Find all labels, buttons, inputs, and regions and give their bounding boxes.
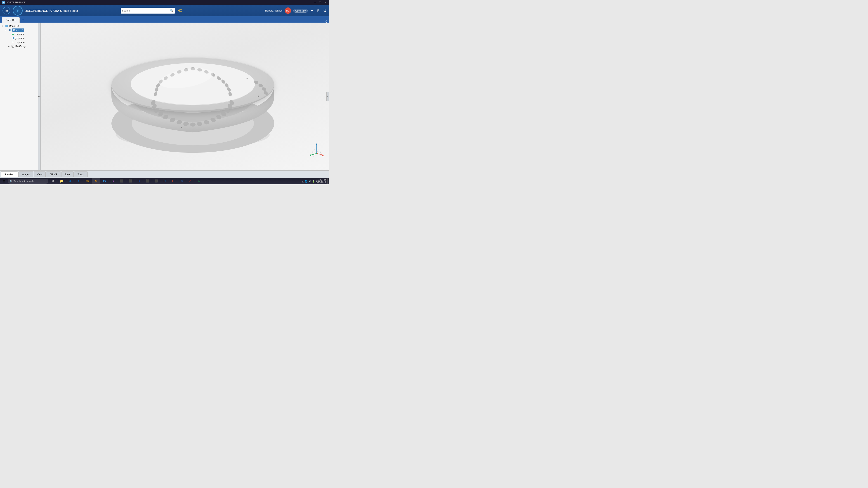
feature-tree-panel: ▼ Race B.1 ▼ Race B.1 xy [0, 23, 38, 170]
show-desktop-btn[interactable] [327, 178, 328, 184]
3d-model-ring [102, 33, 283, 155]
platform-text: OpenR2 [296, 9, 304, 12]
tree-item-yz[interactable]: yz plane [7, 36, 37, 40]
photoshop-btn[interactable]: Ps [100, 178, 108, 184]
taskbar-search[interactable]: 🔍 Type here to search [8, 179, 49, 184]
illustrator-btn[interactable]: Ai [92, 178, 100, 184]
tree-item-race[interactable]: ▼ Race B.1 [4, 28, 37, 32]
panel-collapse-handle[interactable]: ❮ [38, 23, 41, 170]
3d-viewport[interactable]: Z X ❮ [38, 23, 329, 170]
toolbar-tabs: Standard Images View AR-VR Tools Touch [0, 170, 329, 178]
app-btn-3[interactable]: ⬛ [143, 178, 151, 184]
powerpoint-btn[interactable]: P [169, 178, 177, 184]
add-button[interactable]: + [310, 8, 314, 13]
tab-race-b1[interactable]: Race B.1 [2, 17, 20, 23]
mark-top-right [247, 78, 248, 79]
outlook-icon: ⊠ [163, 180, 166, 183]
search-input[interactable] [122, 9, 170, 12]
panel-collapse-icon: ❮ [38, 96, 41, 97]
user-avatar[interactable]: RJ [285, 7, 291, 14]
edge-btn[interactable]: e [66, 178, 74, 184]
collapse-button[interactable]: ❮ [325, 20, 327, 23]
tab-images-label: Images [22, 173, 30, 176]
window-controls: – ☐ ✕ [313, 1, 327, 4]
clock[interactable]: 11:20 PM 3/25/2019 [316, 179, 326, 184]
tree-item-partbody[interactable]: ▶ PartBody [7, 44, 37, 48]
partbody-expand-icon: ▶ [8, 45, 10, 47]
tab-view[interactable]: View [34, 171, 46, 177]
partbody-node-icon [11, 45, 14, 48]
tree-race-label: Race B.1 [12, 29, 24, 32]
acrobat-btn[interactable]: A [186, 178, 194, 184]
platform-badge: OpenR2 ▾ [293, 9, 308, 13]
bookmark-icon[interactable]: 🏷 [178, 8, 182, 13]
photoshop-icon: Ps [103, 180, 106, 182]
svg-text:3DS: 3DS [4, 10, 8, 12]
word-icon: W [180, 180, 183, 183]
outlook-btn[interactable]: ⊠ [160, 178, 168, 184]
taskbar-search-icon: 🔍 [9, 180, 13, 183]
tree-item-zx[interactable]: zx plane [7, 40, 37, 44]
svg-point-59 [310, 155, 311, 156]
share-button[interactable]: ⎘ [316, 8, 320, 13]
tree-level2: xy plane yz plane zx plane [4, 32, 37, 48]
search-button[interactable]: 🔍 [170, 9, 174, 12]
settings-button[interactable]: ⚙ [322, 8, 327, 13]
file-explorer-icon: 📁 [60, 179, 64, 183]
header: 3DS 3DEXPERIENCE | CATIA Sketch Tracer 🔍… [0, 5, 329, 16]
app-icon-3: ⬛ [146, 180, 149, 183]
premiere-btn[interactable]: Pr [109, 178, 117, 184]
app-btn-1[interactable]: ⬛ [118, 178, 126, 184]
search-bar[interactable]: 🔍 [121, 8, 175, 13]
race-expand-icon: ▼ [5, 29, 7, 31]
dropbox-btn[interactable]: ⬡ [135, 178, 143, 184]
tree-item-xy[interactable]: xy plane [7, 32, 37, 36]
tab-arvr[interactable]: AR-VR [46, 171, 61, 177]
zx-node-icon [11, 41, 14, 44]
svg-point-12 [12, 46, 13, 47]
app-title: 3DEXPERIENCE | CATIA Sketch Tracer [25, 9, 78, 12]
winfiles-btn[interactable]: 🗂 [83, 178, 91, 184]
tree-zx-label: zx plane [16, 41, 25, 43]
app-btn-4[interactable]: ⬛ [152, 178, 160, 184]
word-btn[interactable]: W [178, 178, 186, 184]
tab-tools[interactable]: Tools [61, 171, 74, 177]
tree-root[interactable]: ▼ Race B.1 [1, 24, 37, 28]
svg-rect-6 [12, 34, 14, 35]
tree-level1: ▼ Race B.1 xy plane [1, 28, 37, 48]
right-panel-toggle[interactable]: ❮ [327, 92, 329, 101]
clock-time: 11:20 PM [316, 179, 326, 181]
close-button[interactable]: ✕ [323, 1, 327, 4]
acrobat-icon: A [189, 180, 191, 183]
root-expand-icon: ▼ [2, 25, 4, 27]
edge-browser-icon: e [69, 180, 71, 183]
system-tray: △ 🌐 🔊 🔋 [302, 180, 315, 183]
minimize-button[interactable]: – [313, 1, 317, 4]
dropbox-icon: ⬡ [138, 180, 140, 183]
restore-button[interactable]: ☐ [318, 1, 322, 4]
svg-rect-2 [5, 25, 8, 27]
tab-images[interactable]: Images [18, 171, 33, 177]
tab-view-label: View [37, 173, 42, 176]
premiere-icon: Pr [112, 180, 114, 182]
app-btn-2[interactable]: ⬛ [126, 178, 134, 184]
tab-touch[interactable]: Touch [74, 171, 88, 177]
play-button[interactable] [13, 6, 23, 15]
svg-text:Z: Z [317, 142, 319, 144]
tree-yz-label: yz plane [16, 37, 25, 39]
tray-icon-1: △ [302, 180, 304, 183]
add-tab-button[interactable]: + [21, 18, 25, 22]
app-icon-2: ⬛ [129, 180, 132, 183]
race-node-icon [8, 29, 11, 32]
file-explorer-btn[interactable]: 📁 [57, 178, 66, 184]
tab-touch-label: Touch [78, 173, 84, 176]
taskview-button[interactable]: ⧉ [49, 178, 57, 184]
battery-icon: 🔋 [312, 180, 315, 183]
start-button[interactable]: ⊞ [1, 178, 7, 184]
tab-arvr-label: AR-VR [50, 173, 57, 176]
excel-btn[interactable]: X [195, 178, 203, 184]
tab-standard[interactable]: Standard [1, 171, 18, 177]
svg-point-4 [9, 29, 10, 31]
ie-btn[interactable]: e [74, 178, 83, 184]
tab-tools-label: Tools [65, 173, 70, 176]
